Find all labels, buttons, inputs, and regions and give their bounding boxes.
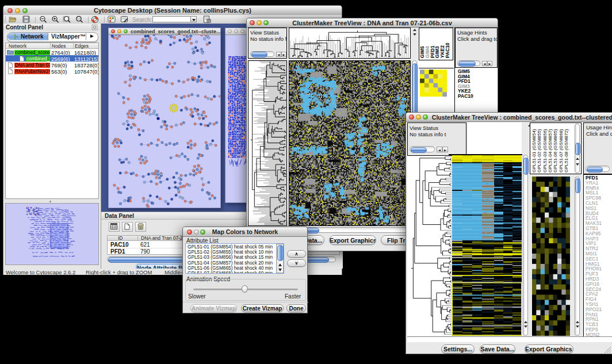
tv2-gene-label[interactable]: GTB1: [586, 226, 612, 231]
tv2-gene-label[interactable]: KAP95: [586, 231, 612, 236]
tv2-gene-label[interactable]: VIP1: [586, 241, 612, 246]
resize-grip-icon[interactable]: [603, 346, 611, 354]
tv2-gene-label[interactable]: NIS1: [586, 206, 612, 211]
network-table-row[interactable]: combined_scores_2764(0)16218(0): [6, 49, 98, 55]
scroll-down-icon[interactable]: [576, 325, 579, 328]
attribute-list[interactable]: GPL51-01 (GSM854) heat shock 05 minGPL51…: [185, 243, 284, 274]
tv2-gene-label[interactable]: RPO21: [586, 307, 612, 312]
attribute-list-item[interactable]: GPL51-03 (GSM856) heat shock 15 min: [188, 255, 284, 260]
help-lifebuoy-icon[interactable]: [91, 16, 99, 24]
tv2-heatmap2-panel[interactable]: [532, 177, 570, 336]
animate-vizmap-button[interactable]: Animate Vizmap: [190, 304, 237, 312]
tv2-gene-label[interactable]: PHO81: [586, 266, 612, 271]
search-dropdown-button[interactable]: [190, 16, 197, 22]
attr-row-value[interactable]: 621: [140, 242, 150, 248]
save-session-icon[interactable]: [22, 16, 30, 23]
tv2-collabel-vscroll-thumb[interactable]: [575, 143, 580, 155]
tv2-gene-label[interactable]: BUD4: [586, 211, 612, 216]
minimize-button[interactable]: [416, 114, 421, 120]
close-button[interactable]: [111, 29, 115, 33]
attribute-list-item[interactable]: GPL51-02 (GSM855) heat shock 10 min: [188, 250, 284, 255]
tab-network[interactable]: Network: [7, 33, 48, 40]
minimize-button[interactable]: [117, 29, 121, 33]
scroll-up-icon[interactable]: [576, 321, 579, 323]
tv2-gene-label[interactable]: PAN1: [586, 312, 612, 317]
network-overview-panel[interactable]: [5, 203, 99, 265]
scroll-down-icon[interactable]: [524, 325, 527, 328]
tv2-gene-label[interactable]: NTR2: [586, 246, 612, 251]
import-table-icon[interactable]: [203, 16, 211, 23]
attr-row-id[interactable]: PAC10: [110, 242, 129, 248]
tv2-gene-label[interactable]: CPA2: [586, 292, 612, 297]
scroll-right-button[interactable]: ▶: [281, 52, 286, 57]
col-header-edges[interactable]: Edges: [75, 43, 89, 49]
zoom-in-icon[interactable]: [51, 16, 59, 24]
attribute-list-item[interactable]: GPL51-07 (GSM868) heat shock 60 min: [188, 271, 284, 274]
tv1-correlation-matrix[interactable]: [420, 70, 447, 97]
dialog-titlebar[interactable]: Map Colors to Network: [183, 227, 307, 237]
network-table-row[interactable]: combined_sco2569(6)13112(15): [6, 55, 98, 62]
delete-attribute-button[interactable]: [135, 222, 146, 232]
done-button[interactable]: Done: [286, 304, 306, 312]
tv2-gene-label[interactable]: TCB3: [586, 322, 612, 327]
attribute-list-item[interactable]: GPL51-01 (GSM854) heat shock 05 min: [188, 244, 284, 250]
tv1-column-dendrogram-panel[interactable]: [289, 28, 411, 59]
tv2-gene-label[interactable]: MSL1: [586, 190, 612, 196]
move-up-button[interactable]: ∧: [287, 250, 306, 258]
tv2-gene-label[interactable]: PUF3: [586, 271, 612, 277]
tv2-gene-label[interactable]: YSH1: [586, 302, 612, 307]
tv2-save-data-button[interactable]: Save Data...: [480, 344, 515, 354]
attr-row-id[interactable]: PFD1: [110, 248, 125, 255]
attribute-list-item[interactable]: GPL51-04 (GSM857) heat shock 20 min: [188, 260, 284, 266]
tv2-gene-label[interactable]: ELG1: [586, 216, 612, 221]
attribute-list-vscrollbar[interactable]: [276, 244, 284, 273]
tv2-gene-label[interactable]: MSI1: [586, 251, 612, 256]
tv2-status-hscrollbar[interactable]: [410, 146, 435, 152]
network-table-row[interactable]: RNAPuberNov2+N563(0)107847(0): [6, 68, 98, 74]
speed-slider-thumb[interactable]: [242, 285, 248, 293]
new-attribute-button[interactable]: [122, 222, 133, 232]
treeview1-titlebar[interactable]: ClusterMaker TreeView : DNA and Tran 07-…: [247, 18, 498, 28]
tv2-gene-label[interactable]: HAP3: [586, 236, 612, 242]
attribute-list-vscroll-thumb[interactable]: [277, 245, 284, 261]
tv2-heatmap-panel[interactable]: [452, 155, 522, 336]
select-attributes-button[interactable]: [109, 222, 120, 232]
tv2-hints-hscrollbar[interactable]: [586, 166, 610, 172]
tv2-export-graphics-button[interactable]: Export Graphics...: [525, 344, 573, 354]
vizmapper-icon[interactable]: [108, 16, 116, 23]
tv1-status-hscrollbar[interactable]: [250, 51, 274, 57]
zoom-button[interactable]: [423, 114, 428, 120]
scroll-right-button[interactable]: ▶: [487, 61, 492, 66]
open-file-icon[interactable]: [9, 16, 17, 23]
tv2-gene-label[interactable]: PEP5: [586, 327, 612, 332]
scroll-down-icon[interactable]: [278, 269, 282, 271]
tv2-row-dendrogram-panel[interactable]: [407, 156, 452, 336]
scroll-left-button[interactable]: ◀: [482, 61, 487, 66]
create-vizmap-button[interactable]: Create Vizmap: [241, 304, 284, 312]
tab-vizmapper[interactable]: VizMapper™: [48, 33, 86, 40]
tv2-gene-label[interactable]: MAK31: [586, 221, 612, 226]
scroll-up-icon[interactable]: [576, 158, 579, 160]
scroll-up-icon[interactable]: [524, 321, 527, 323]
tv2-collabel-vscrollbar[interactable]: [575, 124, 580, 173]
scroll-down-icon[interactable]: [413, 33, 416, 36]
tv2-hints-hscroll-thumb[interactable]: [587, 167, 603, 173]
tv2-gene-label[interactable]: SPC98: [586, 196, 612, 201]
tv2-gene-label[interactable]: PFD1: [586, 175, 612, 181]
zoom-fit-icon[interactable]: [63, 16, 71, 24]
tv1-row-dendrogram-panel[interactable]: [248, 60, 287, 226]
tv1-export-graphics-button[interactable]: Export Graphics...: [329, 235, 376, 245]
close-button[interactable]: [409, 114, 414, 120]
tv2-gene-label[interactable]: HRD3: [586, 277, 612, 282]
col-header-network[interactable]: Network: [9, 43, 26, 49]
tv2-gene-label[interactable]: HMG1: [586, 262, 612, 267]
tv2-vscrollbar[interactable]: [523, 155, 528, 336]
tv1-heatmap-panel[interactable]: [289, 60, 411, 226]
float-panel-icon[interactable]: [91, 24, 98, 30]
scroll-up-icon[interactable]: [278, 263, 282, 266]
col-header-nodes[interactable]: Nodes: [52, 43, 66, 49]
tab-overflow-button[interactable]: [86, 33, 98, 40]
zoom-actual-icon[interactable]: 1:1: [75, 16, 83, 24]
tv2-gene-label[interactable]: GPI16: [586, 282, 612, 287]
network-table-row[interactable]: DNA and Tran 07769(0)183728(0): [6, 62, 98, 68]
